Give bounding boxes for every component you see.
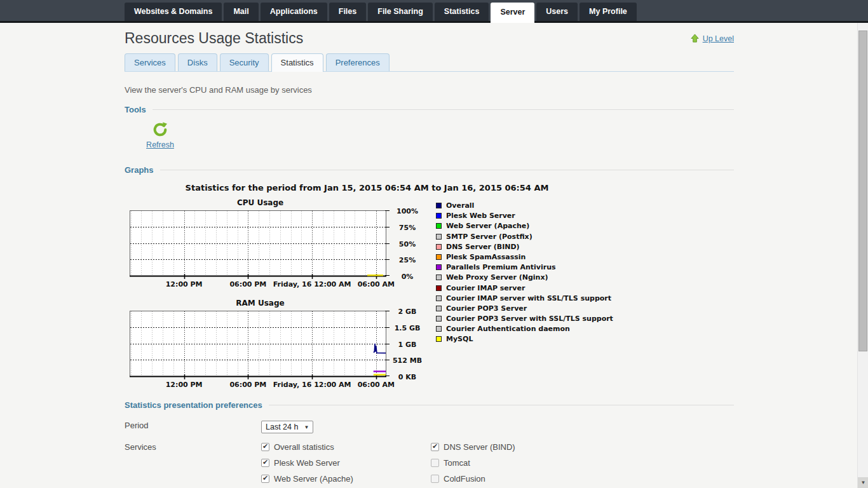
y-tick-label: 2 GB [389,308,426,316]
sub-tabs: ServicesDisksSecurityStatisticsPreferenc… [125,53,734,72]
service-option-overall-statistics[interactable]: Overall statistics [261,442,431,452]
charts-column: CPU Usage100%75%50%25%0%12:00 PM06:00 PM… [125,198,430,399]
service-label: Plesk Web Server [274,458,340,468]
y-tick-label: 100% [389,207,426,215]
legend-item-plesk-spamassassin: Plesk SpamAssassin [436,253,613,261]
chart-title: RAM Usage [130,299,391,308]
service-option-coldfusion[interactable]: ColdFusion [431,474,600,484]
legend-label: Web Server (Apache) [446,222,529,230]
sub-tab-preferences[interactable]: Preferences [326,53,390,71]
legend-label: Courier IMAP server [446,284,525,292]
x-tick-label: 06:00 AM [358,381,395,389]
up-level-label: Up Level [703,34,734,43]
legend-label: Courier POP3 Server [446,304,527,313]
statistics-period-title: Statistics for the period from Jan 15, 2… [125,183,609,193]
page-title: Resources Usage Statistics [125,30,303,47]
title-row: Resources Usage Statistics Up Level [125,30,734,47]
legend-swatch-icon [436,203,442,208]
scrollbar-thumb[interactable] [858,30,867,351]
sub-tab-disks[interactable]: Disks [178,53,217,71]
top-navigation-bar: Websites & DomainsMailApplicationsFilesF… [0,0,868,23]
refresh-tool[interactable]: Refresh [146,121,174,150]
nav-tab-server[interactable]: Server [491,3,534,23]
legend-swatch-icon [436,306,442,311]
legend-label: Parallels Premium Antivirus [446,263,556,271]
legend-item-courier-pop3-server-with-ssl-tls-support: Courier POP3 Server with SSL/TLS support [436,315,613,323]
up-level-link[interactable]: Up Level [690,34,734,43]
legend-label: Plesk Web Server [446,212,515,220]
preferences-heading-label: Statistics presentation preferences [125,400,262,410]
dropdown-arrow-icon: ▼ [304,424,309,430]
nav-tab-statistics[interactable]: Statistics [435,3,489,21]
chart-cpu-usage: CPU Usage100%75%50%25%0%12:00 PM06:00 PM… [125,198,430,290]
scrollbar-down-button[interactable]: ▼ [858,477,868,488]
period-row: Period Last 24 h ▼ [125,421,734,433]
checkbox-plesk-web-server[interactable] [261,459,269,467]
x-tick-label: 06:00 PM [229,381,266,389]
y-tick-label: 25% [389,256,426,264]
nav-tab-my-profile[interactable]: My Profile [580,3,637,21]
y-tick-label: 512 MB [389,356,426,365]
legend-label: Courier POP3 Server with SSL/TLS support [446,315,613,323]
up-arrow-icon [690,34,700,43]
service-option-web-server-apache[interactable]: Web Server (Apache) [261,474,431,484]
x-axis-labels: 12:00 PM06:00 PMFriday, 16 12:00 AM06:00… [130,381,391,390]
legend-label: SMTP Server (Postfix) [446,233,532,241]
service-option-tomcat[interactable]: Tomcat [431,458,600,468]
sub-tab-security[interactable]: Security [220,53,269,71]
service-label: Tomcat [444,458,470,468]
checkbox-overall-statistics[interactable] [261,443,269,451]
refresh-icon[interactable] [151,121,169,139]
services-row: Services Overall statisticsPlesk Web Ser… [125,442,734,488]
sub-tab-services[interactable]: Services [125,53,175,71]
legend-label: Plesk SpamAssassin [446,253,526,261]
checkbox-coldfusion[interactable] [431,475,439,483]
period-selected-value: Last 24 h [266,423,298,431]
main-content: Resources Usage Statistics Up Level Serv… [125,30,734,488]
legend-label: Courier Authentication daemon [446,325,570,333]
legend-item-web-server-apache: Web Server (Apache) [436,222,613,230]
nav-tab-websites-domains[interactable]: Websites & Domains [125,3,222,21]
period-label: Period [125,421,261,433]
service-option-plesk-web-server[interactable]: Plesk Web Server [261,458,431,468]
x-tick-label: 06:00 PM [229,280,266,288]
legend-item-dns-server-bind: DNS Server (BIND) [436,243,613,251]
refresh-link[interactable]: Refresh [146,140,174,149]
legend-swatch-icon [436,295,442,301]
period-dropdown[interactable]: Last 24 h ▼ [261,421,313,433]
legend-swatch-icon [436,234,442,240]
legend-label: DNS Server (BIND) [446,243,520,251]
service-label: ColdFusion [444,474,485,484]
chart-plot-area: 2 GB1.5 GB1 GB512 MB0 KB [130,311,430,381]
legend-label: Overall [446,201,474,210]
checkbox-web-server-apache[interactable] [261,475,269,483]
legend-item-courier-imap-server-with-ssl-tls-support: Courier IMAP server with SSL/TLS support [436,294,613,302]
y-tick-label: 1.5 GB [389,324,426,332]
legend-item-mysql: MySQL [436,335,613,343]
legend-swatch-icon [436,326,442,332]
chart-title: CPU Usage [130,198,391,207]
nav-tab-applications[interactable]: Applications [261,3,327,21]
service-label: DNS Server (BIND) [444,442,515,452]
x-tick-label: Friday, 16 12:00 AM [273,381,351,389]
legend-label: Courier IMAP server with SSL/TLS support [446,294,611,302]
sub-tab-statistics[interactable]: Statistics [271,53,323,72]
service-option-dns-server-bind[interactable]: DNS Server (BIND) [431,442,600,452]
legend-swatch-icon [436,274,442,280]
legend-swatch-icon [436,336,442,342]
y-axis-labels: 100%75%50%25%0% [389,210,426,276]
legend-item-courier-pop3-server: Courier POP3 Server [436,304,613,313]
checkbox-tomcat[interactable] [431,459,439,467]
nav-tab-users[interactable]: Users [536,3,578,21]
nav-tab-file-sharing[interactable]: File Sharing [368,3,433,21]
nav-tab-files[interactable]: Files [329,3,367,21]
x-tick-label: 12:00 PM [166,280,203,288]
nav-tab-mail[interactable]: Mail [224,3,258,21]
charts-area: CPU Usage100%75%50%25%0%12:00 PM06:00 PM… [125,198,734,399]
legend-swatch-icon [436,254,442,260]
x-tick-label: 12:00 PM [166,381,203,389]
top-nav-tabs: Websites & DomainsMailApplicationsFilesF… [125,3,639,23]
legend-swatch-icon [436,244,442,250]
legend-swatch-icon [436,316,442,322]
checkbox-dns-server-bind[interactable] [431,443,439,451]
